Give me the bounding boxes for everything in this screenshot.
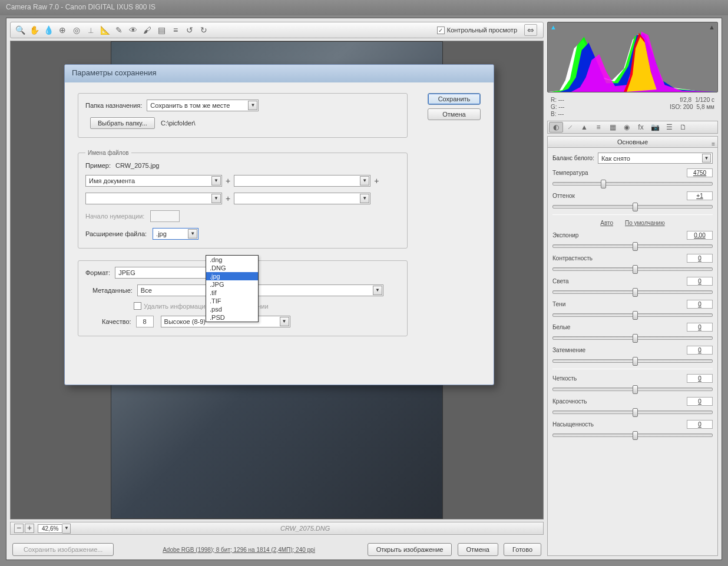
slider-handle[interactable] [633,242,638,251]
slider-label: Контрастность [552,255,687,262]
slider-track[interactable] [552,313,713,317]
remove-location-checkbox[interactable]: ✓ [134,302,141,310]
metadata-select[interactable]: Все▼ [137,284,383,296]
rotate-left-icon[interactable]: ↺ [184,24,196,36]
tab-camera-icon[interactable]: 📷 [648,122,662,133]
slider-value[interactable]: 0 [687,420,713,429]
tab-fx-icon[interactable]: fx [634,122,648,133]
slider-track[interactable] [552,244,713,248]
ext-option[interactable]: .jpg [206,272,258,280]
name-part1-select[interactable]: Имя документа▼ [85,175,222,187]
slider-value[interactable]: 0,00 [687,231,713,240]
ext-option[interactable]: .psd [206,305,258,313]
auto-link[interactable]: Авто [600,220,613,226]
tab-hsl-icon[interactable]: ≡ [591,122,605,133]
slider-handle[interactable] [601,180,606,188]
slider-handle[interactable] [633,311,638,320]
wb-select[interactable]: Как снято ▼ [598,153,713,164]
slider-value[interactable]: 4750 [687,168,713,177]
target-adjust-icon[interactable]: ◎ [71,24,82,36]
open-image-button[interactable]: Открыть изображение [368,543,452,556]
color-sampler-icon[interactable]: ⊕ [57,24,68,36]
ext-option[interactable]: .PSD [206,313,258,322]
tab-split-icon[interactable]: ▦ [605,122,620,133]
panel-menu-icon[interactable]: ≡ [712,138,715,150]
redeye-icon[interactable]: 👁 [127,24,139,36]
gradient-icon[interactable]: ▤ [155,24,167,36]
save-image-button[interactable]: Сохранить изображение... [12,543,114,556]
brush-icon[interactable]: 🖌 [141,24,153,36]
prefs-icon[interactable]: ≡ [170,24,181,36]
slider-label: Тени [552,301,687,307]
ext-option[interactable]: .JPG [206,280,258,289]
dialog-cancel-button[interactable]: Отмена [428,108,481,120]
slider-track[interactable] [552,433,713,437]
default-link[interactable]: По умолчанию [625,220,665,226]
ext-option[interactable]: .tif [206,289,258,297]
histogram[interactable]: ▲ ▲ [547,22,718,92]
shadow-clip-icon[interactable]: ▲ [550,24,557,31]
name-part4-select[interactable]: ▼ [234,193,370,204]
slider-track[interactable] [552,205,713,208]
zoom-dropdown[interactable]: ▼ [62,524,71,534]
slider-handle[interactable] [633,431,638,440]
ext-option[interactable]: .DNG [206,264,258,272]
ext-dropdown-list[interactable]: .dng.DNG.jpg.JPG.tif.TIF.psd.PSD [206,255,259,322]
zoom-icon[interactable]: 🔍 [14,24,26,36]
slider-handle[interactable] [633,265,638,274]
tab-lens-icon[interactable]: ◉ [620,122,634,133]
tab-snapshots-icon[interactable]: 🗋 [676,122,690,133]
eyedropper-icon[interactable]: 💧 [42,24,54,36]
tab-presets-icon[interactable]: ☰ [662,122,676,133]
slider-value[interactable]: 0 [687,397,713,406]
slider-handle[interactable] [633,357,638,366]
dialog-save-button[interactable]: Сохранить [428,93,481,105]
slider-value[interactable]: 0 [687,277,713,286]
slider-track[interactable] [552,336,713,340]
slider-handle[interactable] [633,288,638,297]
slider-handle[interactable] [633,408,638,417]
slider-value[interactable]: 0 [687,346,713,355]
tab-detail-icon[interactable]: ▲ [577,122,591,133]
rotate-right-icon[interactable]: ↻ [198,24,210,36]
slider-value[interactable]: 0 [687,374,713,383]
numbering-input[interactable] [150,210,180,222]
tab-curve-icon[interactable]: ⟋ [563,122,577,133]
zoom-out-button[interactable]: − [14,524,24,533]
name-part3-select[interactable]: ▼ [85,193,222,204]
done-button[interactable]: Готово [504,543,541,556]
slider-track[interactable] [552,290,713,294]
slider-handle[interactable] [633,203,638,211]
tab-basic-icon[interactable]: ◐ [549,122,563,133]
slider-handle[interactable] [633,334,638,343]
example-value: CRW_2075.jpg [115,162,159,169]
slider-track[interactable] [552,411,713,414]
ext-option[interactable]: .TIF [206,297,258,305]
quality-input[interactable] [136,316,154,327]
hand-icon[interactable]: ✋ [28,24,40,36]
cancel-button[interactable]: Отмена [458,543,498,556]
slider-track[interactable] [552,267,713,271]
zoom-in-button[interactable]: + [25,524,34,533]
highlight-clip-icon[interactable]: ▲ [709,24,715,31]
preview-checkbox[interactable]: ✓ [437,27,445,34]
fullscreen-icon[interactable]: ⇔ [524,24,537,36]
zoom-value[interactable]: 42,6% [38,524,62,533]
slider-track[interactable] [552,359,713,363]
slider-value[interactable]: 0 [687,254,713,263]
slider-value[interactable]: 0 [687,300,713,309]
slider-value[interactable]: 0 [687,323,713,332]
slider-track[interactable] [552,388,713,391]
dest-select[interactable]: Сохранить в том же месте▼ [147,100,259,111]
crop-icon[interactable]: ⟂ [85,24,97,36]
ext-select[interactable]: .jpg▼ [153,228,198,240]
slider-track[interactable] [552,182,713,186]
straighten-icon[interactable]: 📐 [99,24,111,36]
spot-icon[interactable]: ✎ [113,24,125,36]
slider-value[interactable]: +1 [687,191,713,200]
slider-handle[interactable] [633,385,638,394]
ext-option[interactable]: .dng [206,256,258,264]
choose-folder-button[interactable]: Выбрать папку... [90,117,155,129]
name-part2-select[interactable]: ▼ [234,175,370,187]
workflow-link[interactable]: Adobe RGB (1998); 8 бит; 1296 на 1814 (2… [163,547,315,553]
